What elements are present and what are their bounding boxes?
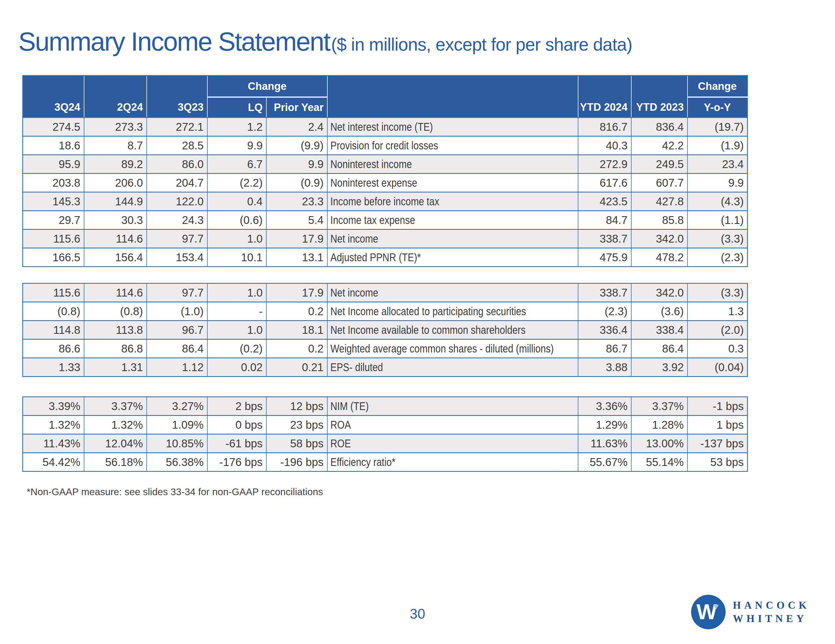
ratio-rows: 3.39%3.37%3.27%2 bps12 bpsNIM (TE)3.36%3… [23,397,747,472]
value-cell: 114.6 [84,229,147,248]
value-cell: 206.0 [84,174,147,192]
hw-logo-icon: W [691,595,726,629]
income-statement-table: Change Change 3Q24 2Q24 3Q23 LQ Prior Ye… [22,75,748,267]
value-cell: 1 bps [687,415,747,434]
row-label-cell: Noninterest income [327,155,578,174]
value-cell: (1.0) [147,302,207,321]
value-cell: 3.27% [147,397,207,415]
table-row: 86.686.886.4(0.2)0.2Weighted average com… [23,339,747,358]
value-cell: 0 bps [207,415,266,434]
value-cell: 89.2 [84,155,147,174]
row-label-text: ROE [330,437,351,450]
value-cell: (0.2) [207,339,266,358]
logo-monogram: W [696,600,717,624]
table-header: Change Change 3Q24 2Q24 3Q23 LQ Prior Ye… [23,76,747,118]
row-label-text: Adjusted PPNR (TE)* [330,251,421,264]
value-cell: 8.7 [84,136,147,155]
col-header-3q24: 3Q24 [23,97,84,118]
value-cell: (1.1) [687,211,747,229]
value-cell: 11.63% [578,434,631,453]
value-cell: - [207,302,266,321]
value-cell: 30.3 [84,211,147,229]
header-spacer [578,76,631,97]
value-cell: (1.9) [687,136,747,155]
hancock-whitney-logo: W HANCOCK WHITNEY [691,595,810,629]
slide: { "title": { "main": "Summary Income Sta… [0,0,835,644]
value-cell: (2.3) [578,302,631,321]
row-label-text: Income before income tax [330,195,439,208]
row-label-cell: Weighted average common shares - diluted… [327,339,578,358]
col-header-ytd-2023: YTD 2023 [631,97,687,118]
value-cell: 1.0 [207,229,266,248]
value-cell: 145.3 [23,192,84,211]
value-cell: 204.7 [147,174,207,192]
row-label-text: Income tax expense [330,214,415,226]
row-label-cell: Adjusted PPNR (TE)* [327,248,578,267]
value-cell: 3.37% [631,397,687,415]
row-label-cell: Net Income available to common sharehold… [327,321,578,339]
table-row: 274.5273.3272.11.22.4Net interest income… [23,118,747,136]
value-cell: 1.09% [147,415,207,434]
value-cell: 836.4 [631,118,687,136]
value-cell: 0.3 [687,339,747,358]
page-title: Summary Income Statement ($ in millions,… [18,27,632,57]
row-label-text: Net Income available to common sharehold… [330,324,525,336]
row-label-cell: ROA [327,415,578,434]
row-label-text: Provision for credit losses [330,140,438,152]
value-cell: 153.4 [147,248,207,267]
row-label-cell: Net income [327,229,578,248]
title-text: Summary Income Statement [18,27,330,56]
header-label-spacer [327,76,578,118]
change-group-header-left: Change [207,76,327,97]
value-cell: 5.4 [266,211,327,229]
value-cell: 114.6 [84,284,147,302]
value-cell: 9.9 [207,136,266,155]
row-label-cell: EPS- diluted [327,358,578,377]
value-cell: 2 bps [207,397,266,415]
col-header-lq: LQ [207,97,266,118]
header-group-row: Change Change [23,76,747,97]
row-label-cell: Efficiency ratio* [327,453,578,472]
header-spacer [631,76,687,97]
row-label-cell: NIM (TE) [327,397,578,415]
value-cell: 86.4 [631,339,687,358]
value-cell: 9.9 [266,155,327,174]
value-cell: (2.0) [687,321,747,339]
row-label-cell: Net interest income (TE) [327,118,578,136]
value-cell: (19.7) [687,118,747,136]
row-label-text: ROA [330,419,351,431]
value-cell: -137 bps [687,434,747,453]
table-row: 114.8113.896.71.018.1Net Income availabl… [23,321,747,339]
value-cell: 28.5 [147,136,207,155]
row-label-text: Net interest income (TE) [330,121,433,133]
value-cell: 42.2 [631,136,687,155]
eps-table: 115.6114.697.71.017.9Net income338.7342.… [22,283,748,377]
value-cell: 427.8 [631,192,687,211]
row-label-cell: Net income [327,284,578,302]
value-cell: 1.0 [207,321,266,339]
value-cell: 342.0 [631,284,687,302]
value-cell: 1.31 [84,358,147,377]
value-cell: 166.5 [23,248,84,267]
value-cell: (4.3) [687,192,747,211]
logo-wordmark: HANCOCK WHITNEY [733,599,810,625]
value-cell: 1.3 [687,302,747,321]
value-cell: -196 bps [266,453,327,472]
value-cell: 1.12 [147,358,207,377]
value-cell: 1.29% [578,415,631,434]
value-cell: 3.36% [578,397,631,415]
table-row: 29.730.324.3(0.6)5.4Income tax expense84… [23,211,747,229]
value-cell: 12 bps [266,397,327,415]
value-cell: 1.32% [84,415,147,434]
value-cell: (2.3) [687,248,747,267]
value-cell: 274.5 [23,118,84,136]
value-cell: 423.5 [578,192,631,211]
value-cell: 113.8 [84,321,147,339]
value-cell: 86.8 [84,339,147,358]
ratios-table: 3.39%3.37%3.27%2 bps12 bpsNIM (TE)3.36%3… [22,396,748,472]
value-cell: 23.4 [687,155,747,174]
value-cell: 10.85% [147,434,207,453]
header-spacer [147,76,207,97]
row-label-text: Noninterest income [330,158,412,170]
value-cell: 114.8 [23,321,84,339]
